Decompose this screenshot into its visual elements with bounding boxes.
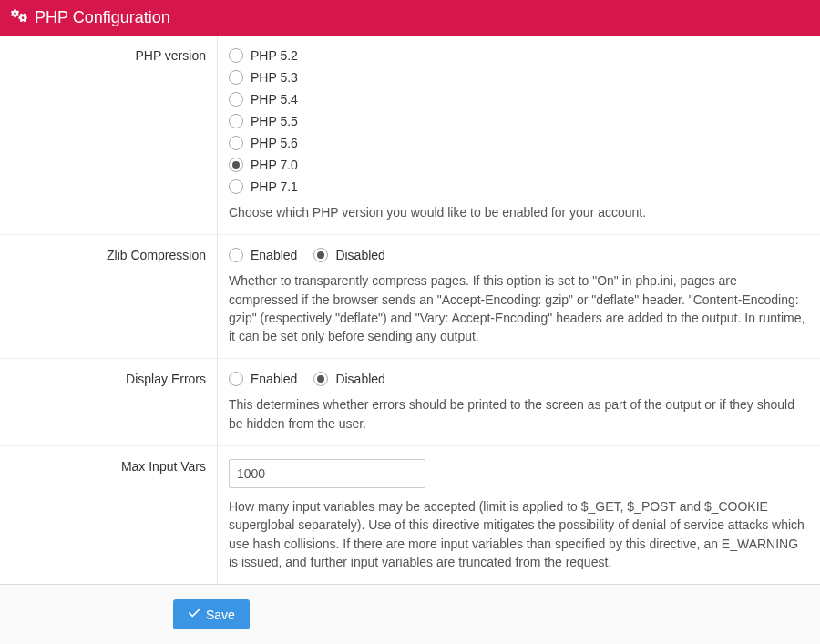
display-errors-enabled-text: Enabled [251, 372, 297, 386]
max-input-vars-label: Max Input Vars [0, 446, 218, 584]
display-errors-enabled-radio[interactable]: Enabled [229, 372, 297, 386]
php-version-radio[interactable]: PHP 7.0 [229, 158, 809, 172]
max-input-vars-help: How many input variables may be accepted… [229, 497, 809, 571]
php-version-radio-label: PHP 7.1 [251, 179, 298, 194]
zlib-radio-group: Enabled Disabled [229, 248, 809, 262]
radio-icon [229, 70, 243, 85]
panel-header: PHP Configuration [0, 0, 820, 36]
php-version-label: PHP version [0, 36, 218, 234]
radio-icon [229, 114, 243, 128]
php-version-radio[interactable]: PHP 5.6 [229, 136, 809, 150]
row-php-version: PHP version PHP 5.2PHP 5.3PHP 5.4PHP 5.5… [0, 36, 820, 235]
zlib-disabled-text: Disabled [335, 248, 384, 262]
php-version-radio-label: PHP 7.0 [251, 158, 298, 172]
row-max-input-vars: Max Input Vars How many input variables … [0, 446, 820, 585]
display-errors-radio-group: Enabled Disabled [229, 372, 809, 386]
radio-icon [313, 372, 328, 386]
zlib-enabled-text: Enabled [251, 248, 297, 262]
check-icon [188, 607, 200, 622]
cogs-icon [11, 7, 27, 28]
php-version-radio[interactable]: PHP 5.5 [229, 114, 809, 128]
zlib-help: Whether to transparently compress pages.… [229, 271, 809, 345]
footer: Save [0, 585, 820, 644]
radio-icon [229, 48, 243, 63]
radio-icon [229, 136, 243, 150]
php-version-radio-label: PHP 5.2 [251, 48, 298, 63]
php-version-help: Choose which PHP version you would like … [229, 203, 809, 221]
radio-icon [229, 248, 243, 262]
max-input-vars-content: How many input variables may be accepted… [218, 446, 820, 584]
radio-icon [229, 372, 243, 386]
php-version-radio[interactable]: PHP 5.4 [229, 92, 809, 107]
zlib-content: Enabled Disabled Whether to transparentl… [218, 235, 820, 358]
zlib-enabled-radio[interactable]: Enabled [229, 248, 297, 262]
php-version-radio[interactable]: PHP 5.3 [229, 70, 809, 85]
zlib-label: Zlib Compression [0, 235, 218, 358]
panel-body: PHP version PHP 5.2PHP 5.3PHP 5.4PHP 5.5… [0, 36, 820, 585]
php-version-radio[interactable]: PHP 7.1 [229, 179, 809, 194]
php-version-radio-label: PHP 5.3 [251, 70, 298, 85]
php-version-radio[interactable]: PHP 5.2 [229, 48, 809, 63]
row-display-errors: Display Errors Enabled Disabled This det… [0, 359, 820, 446]
php-version-content: PHP 5.2PHP 5.3PHP 5.4PHP 5.5PHP 5.6PHP 7… [218, 36, 820, 234]
radio-icon [229, 179, 243, 194]
display-errors-label: Display Errors [0, 359, 218, 445]
php-version-radio-label: PHP 5.5 [251, 114, 298, 128]
max-input-vars-input[interactable] [229, 459, 425, 488]
save-button[interactable]: Save [173, 599, 250, 629]
zlib-disabled-radio[interactable]: Disabled [313, 248, 384, 262]
radio-icon [229, 92, 243, 107]
save-button-label: Save [206, 608, 235, 622]
radio-icon [313, 248, 328, 262]
row-zlib-compression: Zlib Compression Enabled Disabled Whethe… [0, 235, 820, 359]
php-version-radio-label: PHP 5.4 [251, 92, 298, 107]
display-errors-content: Enabled Disabled This determines whether… [218, 359, 820, 445]
php-version-radio-label: PHP 5.6 [251, 136, 298, 150]
display-errors-disabled-text: Disabled [335, 372, 384, 386]
php-version-radio-list: PHP 5.2PHP 5.3PHP 5.4PHP 5.5PHP 5.6PHP 7… [229, 48, 809, 194]
panel-title: PHP Configuration [35, 8, 170, 27]
display-errors-help: This determines whether errors should be… [229, 395, 809, 433]
radio-icon [229, 158, 243, 172]
display-errors-disabled-radio[interactable]: Disabled [313, 372, 384, 386]
